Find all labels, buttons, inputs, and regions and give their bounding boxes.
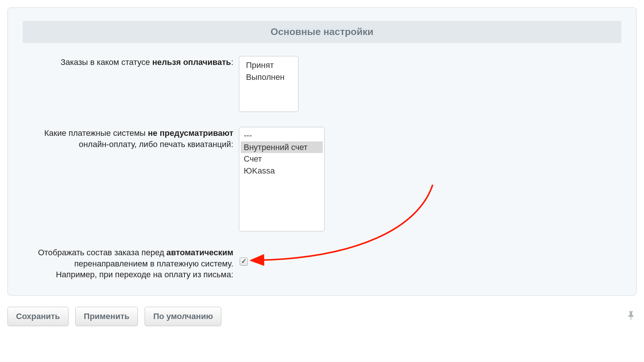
listbox-status[interactable]: ПринятВыполнен [239,56,299,112]
pin-icon[interactable] [628,310,637,323]
label-so-line2: перенаправлением в платежную систему. [74,259,233,268]
label-status-pre: Заказы в каком статусе [60,57,152,67]
checkbox-show-order[interactable] [240,258,248,266]
save-button[interactable]: Сохранить [7,307,69,326]
label-ps-pre: Какие платежные системы [44,128,148,138]
label-ps-post: онлайн-оплату, либо печать квиатанций: [79,140,233,149]
list-item[interactable]: Выполнен [243,71,294,83]
label-status-post: : [231,57,233,67]
default-button[interactable]: По умолчанию [145,307,221,326]
label-so-pre: Отображать состав заказа перед [38,248,167,257]
list-item[interactable]: ЮKassa [241,165,323,177]
row-show-order: Отображать состав заказа перед автоматич… [23,246,621,280]
list-item[interactable]: Счет [241,153,323,165]
row-status-block: Заказы в каком статусе нельзя оплачивать… [23,56,621,112]
label-status-bold: нельзя оплачивать [152,57,231,67]
list-item[interactable]: Внутренний счет [241,141,323,153]
label-show-order: Отображать состав заказа перед автоматич… [23,246,239,280]
label-status-block: Заказы в каком статусе нельзя оплачивать… [23,56,239,112]
apply-button[interactable]: Применить [75,307,138,326]
label-ps-bold: не предусматривают [148,128,233,138]
label-so-bold: автоматическим [167,248,233,257]
section-title: Основные настройки [23,21,621,43]
settings-panel: Основные настройки Заказы в каком статус… [7,7,637,296]
listbox-payment-systems[interactable]: ---Внутренний счетСчетЮKassa [239,127,325,231]
buttons-row: Сохранить Применить По умолчанию [7,307,637,326]
label-payment-systems: Какие платежные системы не предусматрива… [23,127,239,231]
list-item[interactable]: --- [241,129,323,141]
row-payment-systems: Какие платежные системы не предусматрива… [23,127,621,231]
label-so-line3: Например, при переходе на оплату из пись… [56,270,233,279]
list-item[interactable]: Принят [243,59,294,71]
